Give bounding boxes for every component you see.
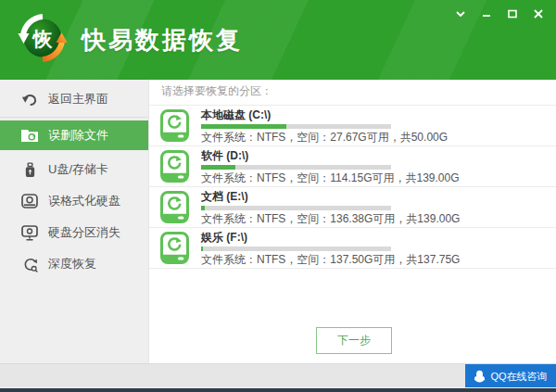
sidebar-item-deleted-files[interactable]: 误删除文件 [0, 120, 148, 150]
partition-row[interactable]: 娱乐 (F:\) 文件系统：NTFS，空间：137.50G可用，共137.75G [149, 228, 556, 269]
usage-fill [201, 165, 235, 170]
sidebar-item-label: 误格式化硬盘 [48, 193, 120, 209]
partition-select-prompt: 请选择要恢复的分区： [149, 80, 556, 106]
chevron-down-icon[interactable] [450, 6, 471, 22]
partition-lost-icon [20, 224, 39, 241]
usage-fill [201, 124, 286, 129]
partition-details: 文件系统：NTFS，空间：136.38G可用，共139.00G [201, 213, 460, 225]
usage-bar [201, 124, 391, 129]
qq-support-label: QQ在线咨询 [490, 370, 547, 384]
app-window: 恢 快易数据恢复 [0, 0, 556, 392]
main-content: 请选择要恢复的分区： 本地磁盘 (C:\) 文件系统：NTFS，空间：27.67… [148, 80, 556, 363]
drive-icon [160, 109, 189, 142]
sidebar: 返回主界面 误删除文件 U盘/存储卡 [0, 80, 148, 363]
sidebar-item-deep-recovery[interactable]: 深度恢复 [0, 248, 148, 280]
partition-details: 文件系统：NTFS，空间：114.15G可用，共139.00G [201, 172, 460, 184]
window-controls [450, 6, 549, 22]
sidebar-item-lost-partition[interactable]: 硬盘分区消失 [0, 217, 148, 248]
sidebar-separator [0, 117, 148, 118]
sidebar-item-label: 误删除文件 [48, 127, 108, 144]
drive-icon [160, 232, 189, 264]
partition-details: 文件系统：NTFS，空间：27.67G可用，共50.00G [201, 132, 448, 144]
qq-support-button[interactable]: QQ在线咨询 [465, 364, 556, 388]
svg-text:恢: 恢 [32, 28, 54, 49]
sidebar-item-label: 返回主界面 [48, 91, 108, 107]
partition-name: 本地磁盘 (C:\) [201, 108, 448, 121]
drive-icon [160, 150, 189, 183]
qq-penguin-icon [474, 370, 486, 383]
app-title: 快易数据恢复 [82, 0, 243, 80]
next-button[interactable]: 下一步 [316, 327, 392, 354]
minimize-icon[interactable] [476, 6, 497, 22]
partition-name: 软件 (D:\) [201, 149, 460, 162]
sidebar-item-back-home[interactable]: 返回主界面 [0, 83, 148, 115]
usage-bar [201, 206, 391, 210]
sidebar-item-label: U盘/存储卡 [48, 161, 108, 178]
partition-name: 文档 (E:\) [201, 190, 460, 203]
window-bottom-edge [0, 387, 556, 392]
partition-row[interactable]: 本地磁盘 (C:\) 文件系统：NTFS，空间：27.67G可用，共50.00G [149, 106, 556, 146]
sidebar-item-label: 深度恢复 [48, 256, 96, 272]
hard-drive-icon [20, 193, 39, 209]
app-logo-icon: 恢 [17, 12, 69, 64]
usb-drive-icon [20, 161, 39, 178]
usage-bar [201, 165, 391, 170]
drive-icon [160, 191, 189, 223]
deep-recovery-icon [20, 256, 39, 272]
close-icon[interactable] [528, 6, 549, 22]
maximize-icon[interactable] [502, 6, 523, 22]
sidebar-item-label: 硬盘分区消失 [48, 224, 120, 241]
back-arrow-icon [20, 91, 39, 107]
partition-row[interactable]: 文档 (E:\) 文件系统：NTFS，空间：136.38G可用，共139.00G [149, 187, 556, 228]
usage-fill [201, 247, 203, 251]
sidebar-item-formatted-disk[interactable]: 误格式化硬盘 [0, 185, 148, 217]
usage-bar [201, 247, 391, 251]
partition-name: 娱乐 (F:\) [201, 231, 460, 244]
partition-row[interactable]: 软件 (D:\) 文件系统：NTFS，空间：114.15G可用，共139.00G [149, 146, 556, 187]
partition-list: 本地磁盘 (C:\) 文件系统：NTFS，空间：27.67G可用，共50.00G… [149, 106, 556, 269]
sidebar-item-usb-card[interactable]: U盘/存储卡 [0, 154, 148, 185]
title-bar: 恢 快易数据恢复 [0, 0, 556, 80]
partition-details: 文件系统：NTFS，空间：137.50G可用，共137.75G [201, 254, 460, 266]
usage-fill [201, 206, 205, 210]
folder-restore-icon [20, 127, 39, 144]
footer-bar: QQ在线咨询 [0, 363, 556, 387]
